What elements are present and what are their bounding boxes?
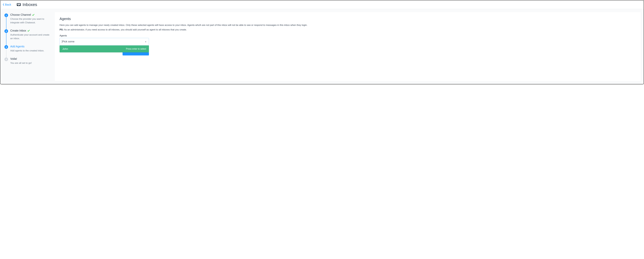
step-desc: Add agents to the created inbox. — [10, 49, 51, 53]
section-title: Agents — [60, 17, 636, 21]
wizard-sidebar: 1 Choose Channel Choose the provider you… — [0, 9, 54, 84]
ps-text: As an administrator, if you need access … — [64, 28, 187, 31]
check-icon — [27, 30, 30, 32]
wizard-step-add-agents[interactable]: 3 Add Agents Add agents to the created i… — [4, 45, 51, 57]
body: 1 Choose Channel Choose the provider you… — [0, 9, 644, 84]
back-label: Back — [5, 3, 11, 6]
page-header: Back Inboxes — [0, 0, 644, 9]
caret-up-icon: ▲ — [145, 41, 146, 43]
agents-dropdown: John Press enter to select — [60, 46, 149, 52]
step-number: 1 — [4, 14, 8, 17]
dropdown-option-label: John — [62, 47, 68, 51]
agents-field-label: Agents — [60, 34, 636, 37]
wizard-step-create-inbox[interactable]: 2 Create Inbox Authenticate your account… — [4, 29, 51, 45]
step-desc: You are all set to go! — [10, 61, 51, 65]
back-button[interactable]: Back — [3, 3, 11, 6]
section-desc: Here you can add agents to manage your n… — [60, 23, 636, 27]
step-number: 3 — [4, 45, 8, 49]
step-desc: Authenticate your account and create an … — [10, 33, 51, 40]
submit-button[interactable] — [122, 52, 149, 56]
page-title: Inboxes — [22, 2, 37, 7]
step-title: Choose Channel — [10, 13, 31, 17]
step-number: 2 — [4, 29, 8, 33]
step-title: Voila! — [10, 57, 17, 61]
wizard-steps: 1 Choose Channel Choose the provider you… — [4, 13, 51, 65]
step-desc: Choose the provider you want to integrat… — [10, 17, 51, 24]
dropdown-option-john[interactable]: John Press enter to select — [60, 46, 149, 52]
agents-multiselect[interactable]: Pick some ▲ — [60, 38, 149, 45]
main-panel: Agents Here you can add agents to manage… — [54, 12, 641, 81]
check-icon — [32, 14, 34, 16]
ps-label: PS: — [60, 28, 64, 31]
page-title-wrap: Inboxes — [17, 2, 37, 7]
inbox-icon — [17, 3, 21, 7]
wizard-step-voila[interactable]: 4 Voila! You are all set to go! — [4, 57, 51, 65]
select-placeholder: Pick some — [62, 40, 74, 43]
chevron-left-icon — [3, 3, 4, 6]
step-title: Create Inbox — [10, 29, 26, 32]
agents-select-wrap: Pick some ▲ John Press enter to select — [60, 38, 149, 45]
step-title: Add Agents — [10, 45, 24, 48]
step-number: 4 — [4, 58, 8, 61]
dropdown-hint: Press enter to select — [126, 48, 146, 50]
wizard-step-choose-channel[interactable]: 1 Choose Channel Choose the provider you… — [4, 13, 51, 29]
section-ps: PS: As an administrator, if you need acc… — [60, 28, 636, 32]
